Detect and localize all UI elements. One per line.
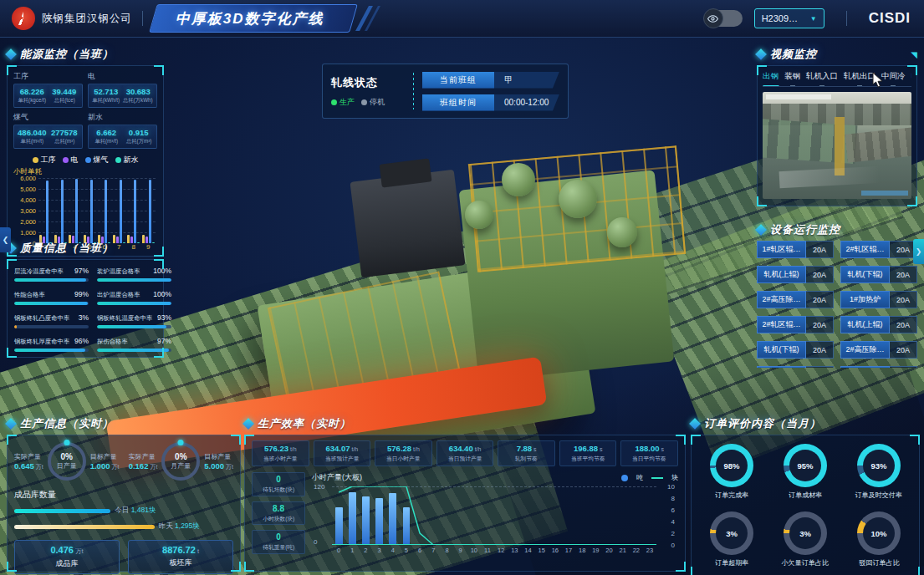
quality-item-percent: 97% bbox=[74, 267, 89, 275]
efficiency-metric: 634.40 t/h当日预计产量 bbox=[436, 440, 494, 466]
panel-video-monitor: 视频监控 ◥ 出钢装钢轧机入口轧机出口中间冷电动辊道 bbox=[757, 47, 917, 206]
energy-metric-box: 6.662单耗(m³/t)0.915总耗(万m³) bbox=[88, 125, 157, 149]
efficiency-stat: 8.8小时块数(块) bbox=[252, 501, 305, 526]
device-current-value: 20A bbox=[890, 341, 917, 359]
energy-metric-value: 486.040 bbox=[16, 128, 48, 137]
stock-bar-text: 昨天 1,295块 bbox=[159, 522, 200, 532]
efficiency-metric-label: 当班小时产量 bbox=[256, 455, 304, 463]
bar-煤气 bbox=[120, 180, 122, 243]
energy-metric-unit: 总耗(万kWh) bbox=[123, 97, 153, 104]
video-tab-电动辊道[interactable]: 电动辊道 bbox=[911, 71, 912, 84]
video-tab-轧机入口[interactable]: 轧机入口 bbox=[806, 71, 838, 84]
energy-metric-name: 煤气 bbox=[13, 112, 83, 123]
panel-collapse-icon[interactable]: ◥ bbox=[911, 50, 917, 59]
video-tab-装钢[interactable]: 装钢 bbox=[784, 71, 800, 84]
panel-production-info: 生产信息（实时） 实际产量0.645 万t0%日产量目标产量1.000 万t实际… bbox=[7, 416, 241, 572]
bar-煤气 bbox=[134, 180, 136, 243]
efficiency-stat-label: 待轧重量(吨) bbox=[263, 544, 294, 552]
efficiency-metric: 7.88 s轧制节奏 bbox=[498, 440, 555, 466]
order-donut-订单超期率: 3%订单超期率 bbox=[710, 511, 753, 572]
actual-output-value: 0.162 万t bbox=[129, 461, 158, 471]
quality-progress-fill bbox=[97, 325, 166, 328]
legend-label: 工序 bbox=[41, 155, 56, 165]
quality-progress-fill bbox=[97, 302, 171, 305]
energy-metric-value: 0.915 bbox=[123, 128, 156, 137]
quality-progress-fill bbox=[14, 302, 88, 305]
energy-metric-name: 工序 bbox=[13, 71, 83, 82]
quality-item-label: 探伤合格率 bbox=[97, 337, 128, 345]
hourly-chart-title: 小时产量(大板) bbox=[312, 472, 362, 483]
target-output-value: 5.000 万t bbox=[204, 461, 233, 471]
device-current-value bbox=[806, 366, 834, 368]
x-tick-label: 20 bbox=[602, 547, 615, 554]
legend-label: 新水 bbox=[124, 155, 139, 165]
device-select-dropdown[interactable]: H2309… ▼ bbox=[754, 8, 824, 28]
energy-legend-item[interactable]: 新水 bbox=[115, 155, 139, 165]
energy-metric-col: 39.449总耗(tce) bbox=[48, 87, 81, 104]
energy-legend-item[interactable]: 电 bbox=[63, 155, 79, 165]
quality-item: 性能合格率99% bbox=[14, 290, 89, 305]
video-tab-出钢[interactable]: 出钢 bbox=[763, 71, 779, 84]
status-dot-stopped bbox=[361, 99, 367, 105]
y-tick-label-right: 2 bbox=[671, 530, 675, 537]
efficiency-metric: 576.28 t/h当日小时产量 bbox=[375, 440, 432, 466]
quality-progress-fill bbox=[14, 349, 85, 352]
quality-item-percent: 96% bbox=[74, 337, 89, 345]
device-cell: 轧机(下辊)20A bbox=[840, 266, 917, 283]
cctv-video-feed[interactable] bbox=[763, 92, 911, 199]
energy-metric-unit: 单耗(m³/t) bbox=[92, 138, 121, 145]
energy-metric-unit: 总耗(m³) bbox=[49, 138, 79, 145]
x-tick-label: 0 bbox=[332, 547, 345, 554]
x-tick-label: 11 bbox=[481, 547, 494, 554]
energy-legend-item[interactable]: 煤气 bbox=[85, 155, 109, 165]
chevron-down-icon: ▼ bbox=[810, 15, 817, 23]
efficiency-metric-value: 634.07 t/h bbox=[315, 444, 370, 453]
energy-bar-group bbox=[68, 178, 83, 243]
efficiency-metric-value: 196.88 s bbox=[561, 444, 615, 453]
panel-mill-status: 轧线状态 生产 停机 当前班组 甲 班组时间 00:00-12:00 bbox=[322, 64, 569, 119]
target-output-label: 目标产量 bbox=[204, 452, 233, 461]
energy-bar-group bbox=[54, 178, 69, 243]
left-collapse-tab[interactable]: ❮ bbox=[0, 227, 11, 252]
panel-title: 质量信息（当班） bbox=[20, 241, 114, 256]
energy-legend-item[interactable]: 工序 bbox=[33, 155, 56, 165]
device-name: 轧机(下辊) bbox=[840, 266, 890, 283]
donut-ring: 3% bbox=[710, 511, 753, 555]
quality-item-header: 钢板终轧凸度命中率3% bbox=[14, 313, 89, 323]
device-cell: 轧机(上辊)20A bbox=[840, 316, 917, 333]
stock-box-板坯库: 8876.72 t板坯库 bbox=[128, 540, 233, 574]
hourly-production-chart: 小时产量(大板) 吨 块 12000246810 bbox=[312, 472, 678, 554]
top-header: 陕钢集团汉钢公司 中厚板3D数字化产线 H2309… ▼ CISDI bbox=[0, 0, 924, 38]
x-tick-label: 22 bbox=[630, 547, 643, 554]
stock-bar-text: 今日 1,481块 bbox=[115, 506, 156, 516]
ring-label: 日产量 bbox=[57, 461, 77, 471]
y-tick-label: 5,000 bbox=[20, 186, 36, 193]
cisdi-logo: CISDI bbox=[869, 10, 911, 27]
right-collapse-tab[interactable]: ❯ bbox=[913, 239, 924, 264]
quality-progress-track bbox=[97, 302, 171, 305]
quality-item-header: 钢板终轧温度命中率93% bbox=[97, 313, 171, 323]
video-tab-轧机出口[interactable]: 轧机出口 bbox=[844, 71, 876, 84]
donut-ring: 98% bbox=[710, 444, 753, 487]
view-toggle[interactable] bbox=[704, 10, 743, 27]
diamond-icon bbox=[755, 224, 767, 236]
device-current-value: 20A bbox=[890, 316, 917, 333]
quality-item: 探伤合格率97% bbox=[97, 337, 171, 352]
device-cell: 轧机(下辊)20A bbox=[757, 341, 834, 359]
device-row: 2#轧区辊…20A轧机(上辊)20A bbox=[757, 316, 917, 333]
device-name: 1#轧区辊… bbox=[757, 241, 806, 258]
donut-value: 93% bbox=[863, 450, 895, 481]
company-name: 陕钢集团汉钢公司 bbox=[42, 12, 132, 26]
shift-group-value: 甲 bbox=[494, 72, 559, 89]
energy-metric-group: 煤气486.040单耗(m³/t)277578总耗(m³) bbox=[13, 112, 83, 149]
eye-icon[interactable] bbox=[703, 8, 723, 28]
efficiency-metric-value: 188.00 s bbox=[622, 444, 676, 453]
energy-metric-unit: 总耗(万m³) bbox=[124, 138, 153, 145]
device-cell: 轧机(上辊)20A bbox=[757, 266, 834, 283]
x-tick-label: 23 bbox=[643, 547, 656, 554]
quality-item-label: 层流冷温度命中率 bbox=[14, 267, 64, 275]
quality-progress-fill bbox=[97, 278, 171, 282]
quality-item: 装炉温度合格率100% bbox=[97, 267, 171, 282]
production-group: 实际产量0.162 万t0%月产量目标产量5.000 万t bbox=[129, 442, 233, 481]
quality-item: 钢板终轧温度命中率93% bbox=[97, 313, 171, 328]
